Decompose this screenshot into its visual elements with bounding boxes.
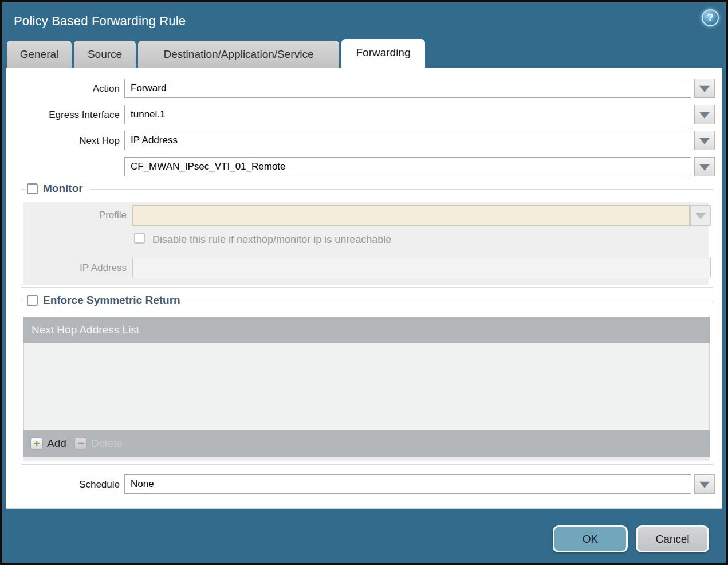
disable-rule-checkbox (134, 233, 145, 244)
egress-interface-label: Egress Interface (6, 109, 120, 121)
next-hop-address-list-header: Next Hop Address List (23, 317, 710, 343)
profile-select (132, 205, 690, 226)
delete-button-label: Delete (91, 437, 123, 450)
next-hop-address-table: Next Hop Address List + Add − Delete (23, 317, 710, 461)
action-select[interactable]: Forward (124, 79, 691, 98)
next-hop-address-list-body[interactable] (23, 343, 710, 430)
monitor-panel: Profile Disable this rule if nexthop/mon… (23, 202, 709, 285)
add-plus-icon: + (30, 437, 43, 450)
table-bottom-strip (23, 457, 710, 461)
monitor-ip-address-input (132, 258, 711, 277)
action-label: Action (6, 83, 120, 95)
add-button-label: Add (47, 437, 66, 450)
monitor-section: Monitor Profile Disable this rule if nex… (21, 189, 713, 288)
table-toolbar: + Add − Delete (23, 430, 710, 457)
ok-button[interactable]: OK (553, 525, 628, 552)
enforce-symmetric-return-legend: Enforce Symmetric Return (25, 294, 187, 307)
egress-interface-select[interactable]: tunnel.1 (124, 105, 691, 124)
tab-general[interactable]: General (7, 41, 72, 68)
dialog-title: Policy Based Forwarding Rule (14, 14, 186, 29)
tab-destination-application-service[interactable]: Destination/Application/Service (138, 41, 339, 68)
disable-rule-label: Disable this rule if nexthop/monitor ip … (152, 234, 391, 246)
help-icon[interactable]: ? (702, 9, 719, 26)
next-hop-label: Next Hop (6, 135, 120, 147)
enforce-symmetric-return-section: Enforce Symmetric Return Next Hop Addres… (21, 301, 713, 465)
next-hop-address-dropdown-arrow-icon[interactable] (694, 157, 715, 176)
forwarding-tab-panel: Action Forward Egress Interface tunnel.1… (6, 68, 722, 509)
monitor-ip-address-label: IP Address (23, 262, 127, 274)
delete-minus-icon: − (74, 437, 87, 450)
enforce-symmetric-return-legend-label: Enforce Symmetric Return (43, 294, 180, 307)
tab-source[interactable]: Source (74, 41, 136, 68)
next-hop-type-select[interactable]: IP Address (124, 131, 691, 150)
monitor-legend: Monitor (25, 182, 90, 195)
monitor-checkbox[interactable] (27, 183, 38, 194)
tab-strip: General Source Destination/Application/S… (2, 39, 726, 68)
profile-dropdown-arrow-icon (690, 205, 711, 226)
schedule-label: Schedule (6, 479, 120, 491)
schedule-select[interactable]: None (124, 474, 691, 494)
tab-forwarding[interactable]: Forwarding (341, 39, 425, 68)
policy-based-forwarding-dialog: Policy Based Forwarding Rule ? General S… (0, 0, 728, 565)
next-hop-address-select[interactable]: CF_MWAN_IPsec_VTI_01_Remote (124, 157, 691, 176)
next-hop-dropdown-arrow-icon[interactable] (694, 131, 715, 150)
delete-button: − Delete (74, 437, 123, 450)
monitor-legend-label: Monitor (43, 182, 83, 195)
dialog-footer: OK Cancel (2, 509, 726, 563)
action-dropdown-arrow-icon[interactable] (694, 79, 715, 98)
enforce-symmetric-return-checkbox[interactable] (27, 295, 38, 306)
egress-interface-dropdown-arrow-icon[interactable] (694, 105, 715, 124)
title-bar: Policy Based Forwarding Rule ? (2, 2, 726, 39)
profile-label: Profile (23, 210, 127, 221)
add-button[interactable]: + Add (30, 437, 66, 450)
schedule-dropdown-arrow-icon[interactable] (694, 474, 715, 494)
cancel-button[interactable]: Cancel (636, 525, 709, 552)
